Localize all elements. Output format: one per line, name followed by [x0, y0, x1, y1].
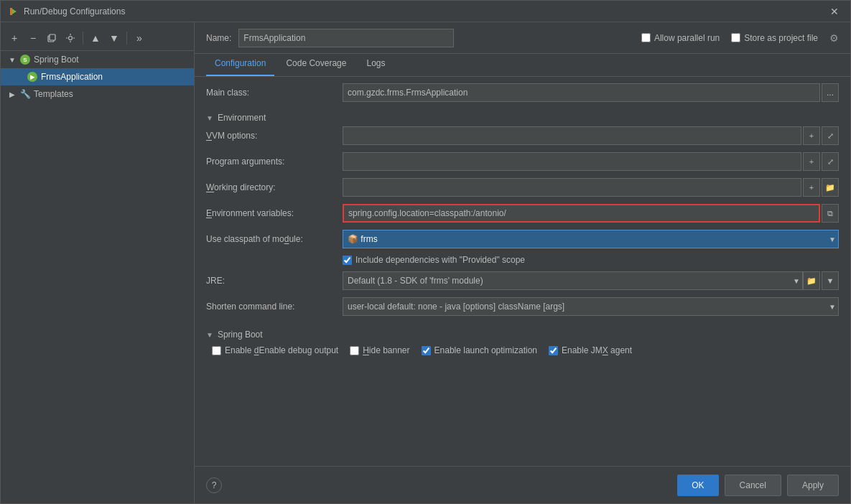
right-panel: Name: Allow parallel run Store as projec…	[195, 22, 850, 503]
include-deps-row: Include dependencies with "Provided" sco…	[343, 255, 839, 265]
classpath-row: Use classpath of module: 📦 frms ▼	[206, 229, 839, 249]
remove-config-button[interactable]: −	[25, 30, 41, 46]
include-deps-checkbox-label[interactable]: Include dependencies with "Provided" sco…	[343, 255, 525, 265]
jre-select[interactable]: Default (1.8 - SDK of 'frms' module)	[343, 271, 803, 290]
enable-launch-checkbox[interactable]	[422, 346, 431, 355]
env-vars-copy-button[interactable]: ⧉	[822, 204, 839, 223]
environment-arrow-icon: ▼	[206, 114, 213, 122]
vm-options-row: VVM options: + ⤢	[206, 126, 839, 146]
main-class-row: Main class: ...	[206, 83, 839, 103]
spring-boot-arrow-icon: ▼	[206, 331, 213, 339]
tree-item-frms-app[interactable]: ▶ FrmsApplication	[1, 68, 194, 85]
add-config-button[interactable]: +	[6, 30, 22, 46]
store-project-checkbox[interactable]	[731, 33, 740, 42]
spring-boot-section-label: Spring Boot	[218, 330, 263, 340]
name-label: Name:	[206, 33, 231, 43]
dialog-title: Run/Debug Configurations	[24, 6, 125, 17]
enable-debug-checkbox[interactable]	[212, 346, 221, 355]
program-args-expand-button[interactable]: ⤢	[822, 152, 839, 171]
spring-boot-icon: S	[19, 54, 31, 65]
allow-parallel-checkbox[interactable]	[641, 33, 651, 42]
templates-arrow-icon: ▶	[6, 88, 18, 100]
vm-options-add-button[interactable]: +	[803, 126, 820, 145]
environment-section-header[interactable]: ▼ Environment	[206, 108, 839, 126]
content-area: + − ▲ ▼ »	[1, 22, 850, 503]
move-down-button[interactable]: ▼	[106, 30, 122, 46]
shorten-cmd-select-wrapper: user-local default: none - java [options…	[343, 297, 839, 316]
shorten-cmd-label: Shorten command line:	[206, 302, 343, 312]
tree-item-spring-boot[interactable]: ▼ S Spring Boot	[1, 51, 194, 68]
jre-row: JRE: Default (1.8 - SDK of 'frms' module…	[206, 271, 839, 291]
toolbar-separator	[83, 32, 83, 45]
form-area: Main class: ... ▼ Environment VVM option…	[195, 77, 850, 466]
more-button[interactable]: »	[131, 30, 147, 46]
tab-configuration[interactable]: Configuration	[206, 54, 274, 76]
tab-logs[interactable]: Logs	[358, 54, 394, 76]
run-debug-dialog: Run/Debug Configurations ✕ + −	[0, 0, 851, 504]
spring-boot-section-header[interactable]: ▼ Spring Boot	[206, 325, 839, 342]
tree-item-templates[interactable]: ▶ 🔧 Templates	[1, 85, 194, 103]
jre-browse-button[interactable]: 📁	[803, 271, 820, 290]
enable-jmx-checkbox-label[interactable]: Enable JMX agent	[549, 345, 632, 355]
jre-dropdown-button[interactable]: ▼	[822, 271, 839, 290]
vm-options-input-group: + ⤢	[343, 126, 839, 145]
name-row: Name: Allow parallel run Store as projec…	[195, 22, 850, 54]
enable-jmx-label: Enable JMX agent	[562, 345, 632, 355]
classpath-select[interactable]: 📦 frms	[343, 230, 839, 248]
program-args-input-group: + ⤢	[343, 152, 839, 171]
move-up-button[interactable]: ▲	[88, 30, 103, 46]
title-bar: Run/Debug Configurations ✕	[1, 1, 850, 22]
main-class-input[interactable]	[343, 83, 820, 102]
close-button[interactable]: ✕	[826, 4, 843, 19]
tab-code-coverage[interactable]: Code Coverage	[277, 54, 355, 76]
hide-banner-label: Hide banner	[363, 345, 409, 355]
name-input[interactable]	[238, 29, 454, 47]
ok-button[interactable]: OK	[677, 475, 718, 496]
bottom-bar: ? OK Cancel Apply	[195, 466, 850, 503]
allow-parallel-label: Allow parallel run	[654, 33, 720, 43]
main-class-label: Main class:	[206, 88, 343, 98]
program-args-add-button[interactable]: +	[803, 152, 820, 171]
main-class-browse-button[interactable]: ...	[822, 83, 839, 102]
store-settings-icon[interactable]: ⚙	[829, 32, 839, 44]
hide-banner-checkbox-label[interactable]: Hide banner	[350, 345, 409, 355]
help-button[interactable]: ?	[206, 477, 222, 493]
enable-launch-checkbox-label[interactable]: Enable launch optimization	[422, 345, 537, 355]
environment-label: Environment	[218, 113, 266, 123]
working-dir-add-button[interactable]: +	[803, 178, 820, 197]
apply-button[interactable]: Apply	[787, 475, 839, 496]
program-args-row: Program arguments: + ⤢	[206, 151, 839, 172]
right-options: Allow parallel run Store as project file…	[641, 32, 839, 44]
include-deps-checkbox[interactable]	[343, 256, 352, 265]
env-vars-input[interactable]	[343, 204, 820, 223]
title-bar-left: Run/Debug Configurations	[8, 6, 125, 17]
spring-boot-options: Enable dEnable debug output Hide banner …	[212, 345, 839, 355]
hide-banner-checkbox[interactable]	[350, 346, 359, 355]
frms-app-label: FrmsApplication	[41, 72, 103, 82]
wrench-icon: 🔧	[19, 88, 31, 100]
program-args-input[interactable]	[343, 152, 801, 171]
store-project-checkbox-label[interactable]: Store as project file	[731, 33, 818, 43]
program-args-label: Program arguments:	[206, 157, 343, 167]
settings-config-button[interactable]	[62, 30, 78, 46]
toolbar-separator-2	[126, 32, 127, 45]
vm-options-expand-button[interactable]: ⤢	[822, 126, 839, 145]
jre-label: JRE:	[206, 276, 343, 286]
copy-config-button[interactable]	[44, 30, 60, 46]
left-toolbar: + − ▲ ▼ »	[1, 25, 194, 51]
vm-options-input[interactable]	[343, 126, 801, 145]
allow-parallel-checkbox-label[interactable]: Allow parallel run	[641, 33, 720, 43]
jre-select-wrapper: Default (1.8 - SDK of 'frms' module) ▼	[343, 271, 803, 290]
include-deps-label: Include dependencies with "Provided" sco…	[355, 255, 525, 265]
cancel-button[interactable]: Cancel	[725, 475, 781, 496]
svg-rect-1	[10, 8, 12, 15]
enable-launch-label: Enable launch optimization	[434, 345, 537, 355]
working-dir-browse-button[interactable]: 📁	[822, 178, 839, 197]
jre-buttons: 📁 ▼	[803, 271, 839, 290]
shorten-cmd-select[interactable]: user-local default: none - java [options…	[343, 297, 839, 316]
enable-debug-checkbox-label[interactable]: Enable dEnable debug output	[212, 345, 338, 355]
enable-debug-label: Enable dEnable debug output	[225, 345, 338, 355]
enable-jmx-checkbox[interactable]	[549, 346, 558, 355]
working-dir-input[interactable]	[343, 178, 801, 197]
working-dir-row: Working directory: + 📁	[206, 177, 839, 197]
